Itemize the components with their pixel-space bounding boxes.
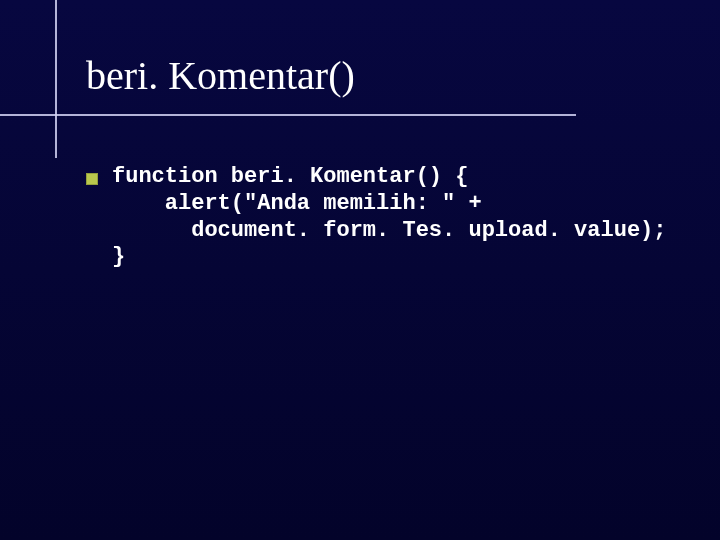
title-wrap: beri. Komentar() [86,54,355,98]
slide-title: beri. Komentar() [86,54,355,98]
code-line-1: function beri. Komentar() { [112,164,468,189]
code-line-4: } [112,244,125,269]
bullet-icon [86,173,98,185]
slide: beri. Komentar() function beri. Komentar… [0,0,720,540]
title-vertical-rule [55,0,57,158]
code-block: function beri. Komentar() { alert("Anda … [112,164,667,271]
code-line-2: alert("Anda memilih: " + [112,191,482,216]
code-line-3: document. form. Tes. upload. value); [112,218,667,243]
title-underline [0,114,576,116]
